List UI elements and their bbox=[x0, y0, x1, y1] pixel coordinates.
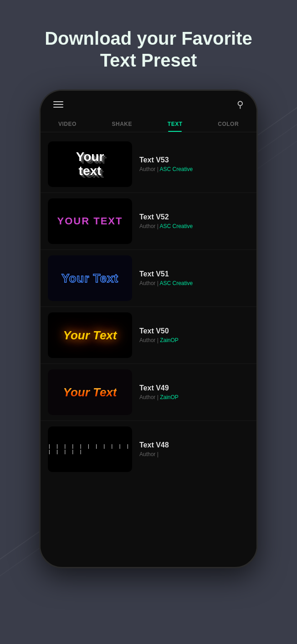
page-title: Download your Favorite Text Preset bbox=[18, 27, 279, 71]
menu-icon[interactable] bbox=[53, 101, 63, 108]
preset-author-v51: Author | ASC Creative bbox=[139, 280, 249, 286]
preset-item-v48[interactable]: | | | | | | | | | | | | | | | | Text V48… bbox=[41, 422, 256, 477]
preset-thumb-v51: Your Text bbox=[48, 255, 132, 301]
divider-5 bbox=[41, 421, 256, 421]
thumb-text-v52: YOUR TEXT bbox=[57, 215, 123, 227]
page-header: Download your Favorite Text Preset bbox=[0, 0, 297, 85]
thumb-text-v48: | | | | | | | | | | | | | | | | bbox=[48, 444, 132, 455]
preset-info-v50: Text V50 Author | ZainOP bbox=[139, 327, 249, 343]
preset-name-v52: Text V52 bbox=[139, 213, 249, 221]
thumb-text-v50: Your Text bbox=[63, 328, 117, 343]
tab-bar: VIDEO SHAKE TEXT COLOR bbox=[41, 114, 256, 132]
search-icon[interactable]: ⚲ bbox=[237, 99, 244, 110]
preset-item-v50[interactable]: Your Text Text V50 Author | ZainOP bbox=[41, 308, 256, 363]
thumb-text-v53: Yourtext bbox=[76, 150, 104, 178]
preset-item-v49[interactable]: Your Text Text V49 Author | ZainOP bbox=[41, 365, 256, 420]
preset-item-v52[interactable]: YOUR TEXT Text V52 Author | ASC Creative bbox=[41, 194, 256, 249]
phone-wrapper: ⚲ VIDEO SHAKE TEXT COLOR Yourtext Text V… bbox=[0, 89, 297, 568]
preset-info-v49: Text V49 Author | ZainOP bbox=[139, 384, 249, 400]
preset-author-v48: Author | bbox=[139, 451, 249, 457]
preset-name-v50: Text V50 bbox=[139, 327, 249, 335]
tab-video[interactable]: VIDEO bbox=[53, 118, 82, 132]
preset-author-v53: Author | ASC Creative bbox=[139, 166, 249, 172]
tab-shake[interactable]: SHAKE bbox=[107, 118, 138, 132]
preset-name-v53: Text V53 bbox=[139, 156, 249, 164]
preset-author-v49: Author | ZainOP bbox=[139, 394, 249, 400]
preset-info-v48: Text V48 Author | bbox=[139, 441, 249, 457]
preset-name-v49: Text V49 bbox=[139, 384, 249, 392]
preset-author-v52: Author | ASC Creative bbox=[139, 223, 249, 229]
divider-1 bbox=[41, 192, 256, 193]
divider-4 bbox=[41, 364, 256, 364]
tab-color[interactable]: COLOR bbox=[212, 118, 244, 132]
divider-3 bbox=[41, 306, 256, 307]
preset-thumb-v50: Your Text bbox=[48, 312, 132, 358]
preset-list: Yourtext Text V53 Author | ASC Creative … bbox=[41, 132, 256, 556]
preset-name-v48: Text V48 bbox=[139, 441, 249, 449]
preset-author-v50: Author | ZainOP bbox=[139, 337, 249, 343]
preset-item-v51[interactable]: Your Text Text V51 Author | ASC Creative bbox=[41, 251, 256, 306]
thumb-text-v51: Your Text bbox=[61, 271, 118, 286]
preset-info-v52: Text V52 Author | ASC Creative bbox=[139, 213, 249, 229]
preset-info-v53: Text V53 Author | ASC Creative bbox=[139, 156, 249, 172]
divider-2 bbox=[41, 249, 256, 250]
preset-info-v51: Text V51 Author | ASC Creative bbox=[139, 270, 249, 286]
preset-thumb-v48: | | | | | | | | | | | | | | | | bbox=[48, 426, 132, 472]
phone-mockup: ⚲ VIDEO SHAKE TEXT COLOR Yourtext Text V… bbox=[39, 89, 258, 568]
thumb-text-v49: Your Text bbox=[63, 385, 117, 400]
preset-thumb-v49: Your Text bbox=[48, 369, 132, 415]
preset-item-v53[interactable]: Yourtext Text V53 Author | ASC Creative bbox=[41, 137, 256, 192]
phone-topbar: ⚲ bbox=[41, 91, 256, 114]
tab-text[interactable]: TEXT bbox=[162, 118, 188, 132]
preset-thumb-v52: YOUR TEXT bbox=[48, 198, 132, 244]
preset-name-v51: Text V51 bbox=[139, 270, 249, 278]
preset-thumb-v53: Yourtext bbox=[48, 141, 132, 187]
